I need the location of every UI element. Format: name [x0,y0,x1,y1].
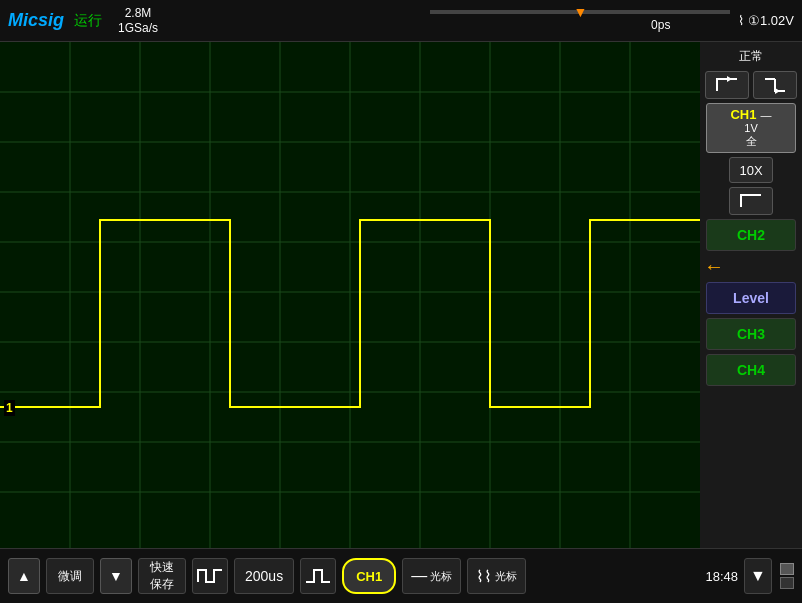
fast-save-btn[interactable]: 快速 保存 [138,558,186,594]
level-btn[interactable]: Level [706,282,796,314]
ch3-btn[interactable]: CH3 [706,318,796,350]
ch1-mode: 全 [709,134,793,149]
trigger-rise-btn-2[interactable] [729,187,773,215]
ch2-label: CH2 [737,227,765,243]
ch1-coupling: — [761,109,772,121]
fast-save-line1: 快速 [150,559,174,576]
svg-marker-21 [775,88,780,94]
sample-rate-top: 2.8M [125,6,152,20]
nav-square-top[interactable] [780,563,794,575]
cursor2-label: 光标 [495,569,517,584]
ch1-select-pill[interactable]: CH1 [342,558,396,594]
ch4-btn[interactable]: CH4 [706,354,796,386]
single-pulse-btn[interactable] [300,558,336,594]
ch1-level-marker: 1 [4,400,15,416]
pulse-wave-btn[interactable] [192,558,228,594]
sample-rate-display: 2.8M 1GSa/s [118,6,158,35]
cursor2-icon: ⌇⌇ [476,567,492,586]
clock-display: 18:48 [705,569,738,584]
ch1-voltage: 1V [709,122,793,134]
chevron-icon: ▼ [750,567,766,585]
time-offset: 0ps [651,18,670,32]
level-arrow-indicator: ← [704,255,724,278]
cursor1-label: 光标 [430,569,452,584]
normal-status-label: 正常 [739,48,763,65]
trigger-fall-btn[interactable] [753,71,797,99]
ch1-settings-box[interactable]: CH1 — 1V 全 [706,103,796,153]
ch2-btn[interactable]: CH2 [706,219,796,251]
fine-tune-label: 微调 [58,568,82,585]
probe-attenuation-btn[interactable]: 10X [729,157,773,183]
nav-square-bottom[interactable] [780,577,794,589]
ch4-label: CH4 [737,362,765,378]
up-arrow-btn[interactable]: ▲ [8,558,40,594]
ch3-label: CH3 [737,326,765,342]
svg-marker-19 [727,76,732,82]
scope-area: 1 [0,42,700,548]
header: Micsig 运行 2.8M 1GSa/s ▼ 0ps ⌇ ①1.02V [0,0,802,42]
timebase-center: ▼ 0ps [174,10,730,32]
down-arrow-btn[interactable]: ▼ [100,558,132,594]
trigger-rise-btn[interactable] [705,71,749,99]
trigger-info: ⌇ ①1.02V [738,13,794,28]
fine-tune-btn[interactable]: 微调 [46,558,94,594]
ch1-marker-label: 1 [6,401,13,415]
ch1-title: CH1 [730,107,756,122]
waveform [0,42,700,548]
sample-rate-bottom: 1GSa/s [118,21,158,35]
fast-save-line2: 保存 [150,576,174,593]
run-status: 运行 [74,12,102,30]
right-panel: 正常 CH1 — 1V 全 10X [700,42,802,548]
level-label: Level [733,290,769,306]
logo: Micsig [8,10,64,31]
cursor1-icon: — [411,567,427,585]
ch1-pill-label: CH1 [356,569,382,584]
timebase-display[interactable]: 200us [234,558,294,594]
more-options-btn[interactable]: ▼ [744,558,772,594]
horizontal-cursor-btn[interactable]: — 光标 [402,558,461,594]
bottom-toolbar: ▲ 微调 ▼ 快速 保存 200us CH1 — 光标 ⌇⌇ 光标 18:48 [0,548,802,603]
vertical-cursor-btn[interactable]: ⌇⌇ 光标 [467,558,526,594]
